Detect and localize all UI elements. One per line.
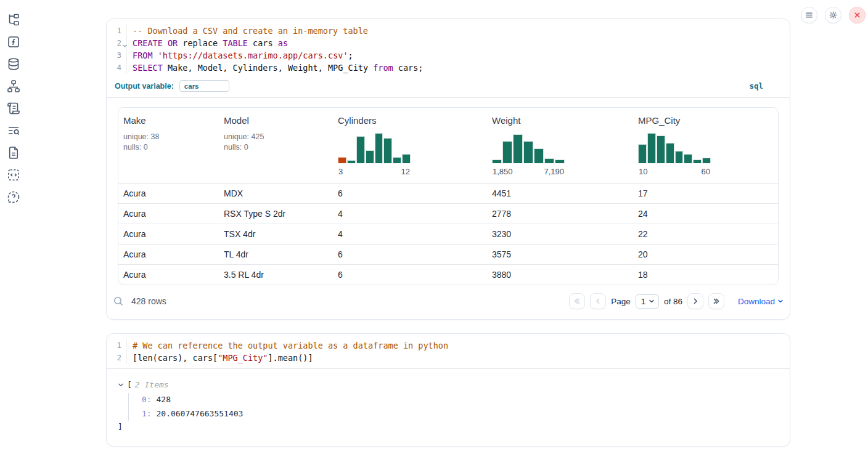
tree-entry-key: 1: (142, 409, 152, 418)
histogram-bar (347, 160, 356, 163)
column-name: Make (123, 115, 214, 126)
search-logs-icon[interactable] (7, 124, 20, 137)
python-code-editor[interactable]: 1# We can reference the output variable … (107, 334, 790, 369)
code-line: 2CREATE OR replace TABLE cars as (107, 37, 790, 49)
axis-min-label: 10 (639, 167, 647, 176)
column-stats: unique: 425nulls: 0 (224, 132, 328, 153)
page-total-label: of 86 (664, 297, 682, 306)
file-tree-icon[interactable] (7, 13, 20, 26)
database-icon[interactable] (7, 57, 20, 71)
null-count: nulls: 0 (224, 142, 328, 153)
window-controls (801, 7, 866, 23)
histogram (338, 131, 411, 163)
table-cell: 6 (333, 184, 487, 203)
output-variable-input[interactable] (179, 80, 229, 92)
last-page-button[interactable] (708, 293, 724, 309)
tree-entry-value: 428 (152, 395, 171, 404)
dependency-graph-icon[interactable] (7, 79, 20, 93)
close-bracket: ] (118, 421, 779, 432)
column-header-model[interactable]: Modelunique: 425nulls: 0 (219, 108, 333, 183)
table-cell: TSX 4dr (219, 224, 333, 244)
table-cell: 3.5 RL 4dr (219, 265, 333, 285)
tree-entry-key: 0: (142, 395, 152, 404)
previous-page-button[interactable] (590, 293, 606, 309)
histogram-bar (513, 134, 523, 163)
table-cell: 2778 (487, 204, 633, 224)
axis-min-label: 3 (338, 167, 343, 176)
histogram-bar (393, 157, 401, 163)
snippets-icon[interactable] (7, 168, 20, 182)
sql-code-editor[interactable]: 1-- Download a CSV and create an in-memo… (107, 19, 790, 78)
tree-entry-value: 20.060747663551403 (152, 409, 244, 418)
table-cell: 4 (333, 224, 487, 244)
scroll-icon[interactable] (7, 102, 20, 115)
chevron-down-icon[interactable] (118, 382, 124, 388)
search-icon[interactable] (113, 296, 124, 307)
null-count: nulls: 0 (123, 142, 214, 153)
menu-icon[interactable] (801, 7, 817, 23)
histogram-bar (693, 160, 702, 163)
table-row[interactable]: AcuraMDX6445117 (118, 183, 778, 203)
document-icon[interactable] (7, 146, 20, 160)
histogram-bar (523, 141, 533, 163)
line-number: 2 (107, 352, 127, 364)
histogram-bar (338, 157, 346, 163)
histogram-bar (702, 158, 711, 163)
axis-max-label: 7,190 (544, 167, 564, 176)
items-count-label: 2 Items (135, 379, 169, 390)
tree-children: 0: 4281: 20.060747663551403 (128, 393, 779, 421)
histogram-bar (534, 148, 544, 163)
histogram-bar (492, 160, 502, 163)
table-cell: 3575 (487, 245, 633, 264)
download-label: Download (738, 297, 775, 306)
page-number-select[interactable]: 1 (636, 294, 659, 309)
histogram-bar (666, 143, 674, 163)
code-text: [len(cars), cars["MPG_City"].mean()] (127, 352, 313, 364)
histogram-bar (555, 160, 565, 163)
table-row[interactable]: AcuraTSX 4dr4323022 (118, 224, 778, 244)
sql-cell-output: Makeunique: 38nulls: 0Modelunique: 425nu… (107, 98, 790, 285)
python-cell: 1# We can reference the output variable … (106, 333, 790, 447)
open-bracket: [ (127, 379, 132, 390)
table-cell: 6 (333, 265, 487, 285)
column-header-mpg_city[interactable]: MPG_City1060 (633, 108, 778, 183)
next-page-button[interactable] (687, 293, 703, 309)
axis-max-label: 60 (702, 167, 710, 176)
function-icon[interactable] (7, 35, 20, 49)
histogram-bar (375, 133, 383, 163)
chevron-down-icon (777, 298, 784, 304)
column-stats: unique: 38nulls: 0 (123, 132, 214, 153)
table-cell: 3880 (487, 265, 633, 285)
column-name: Cylinders (338, 115, 482, 126)
table-row[interactable]: Acura3.5 RL 4dr6388018 (118, 264, 778, 285)
code-line: 1-- Download a CSV and create an in-memo… (107, 25, 790, 37)
unique-count: unique: 38 (123, 132, 214, 142)
table-cell: 3230 (487, 224, 633, 244)
table-row[interactable]: AcuraRSX Type S 2dr4277824 (118, 203, 778, 224)
notebook-cells: 1-- Download a CSV and create an in-memo… (106, 18, 790, 447)
table-row[interactable]: AcuraTL 4dr6357520 (118, 244, 778, 264)
line-number: 4 (107, 62, 127, 74)
table-cell: Acura (118, 184, 219, 203)
download-button[interactable]: Download (738, 297, 784, 306)
tree-root: [ 2 Items (118, 379, 779, 390)
sql-cell: 1-- Download a CSV and create an in-memo… (106, 18, 790, 320)
code-text: -- Download a CSV and create an in-memor… (127, 25, 368, 37)
histogram-axis-labels: 1060 (638, 167, 711, 176)
column-header-make[interactable]: Makeunique: 38nulls: 0 (118, 108, 219, 183)
close-icon[interactable] (849, 7, 866, 23)
column-name: Model (224, 115, 328, 126)
column-name: Weight (492, 115, 628, 126)
gear-icon[interactable] (825, 7, 841, 23)
language-badge: sql (749, 81, 763, 91)
first-page-button[interactable] (569, 293, 585, 309)
line-number: 1 (107, 25, 127, 37)
output-variable-label: Output variable: (115, 82, 174, 91)
line-number: 1 (107, 339, 127, 352)
column-header-cylinders[interactable]: Cylinders312 (333, 108, 487, 183)
chevron-down-icon (649, 298, 655, 304)
table-cell: 22 (633, 224, 778, 244)
help-icon[interactable] (7, 190, 20, 204)
column-header-weight[interactable]: Weight1,8507,190 (487, 108, 633, 183)
code-text: FROM 'https://datasets.marimo.app/cars.c… (127, 49, 353, 62)
